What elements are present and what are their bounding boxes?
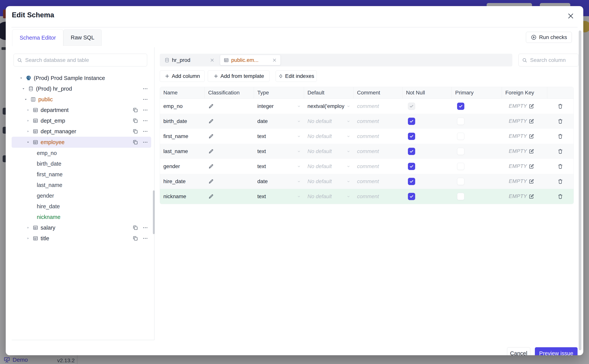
add-column-button[interactable]: Add column — [160, 71, 205, 82]
pencil-icon[interactable] — [208, 179, 214, 184]
default-select[interactable]: No default — [304, 174, 354, 189]
not-null-checkbox[interactable] — [408, 133, 415, 140]
tab-schema-editor[interactable]: Schema Editor — [12, 29, 63, 46]
comment-field[interactable]: comment — [354, 129, 402, 144]
primary-checkbox[interactable] — [457, 133, 464, 140]
trash-icon[interactable] — [557, 163, 563, 169]
trash-icon[interactable] — [557, 133, 563, 139]
chevron-down-icon[interactable] — [297, 179, 301, 183]
chevron-down-icon[interactable] — [297, 194, 301, 199]
edit-icon[interactable] — [529, 133, 534, 139]
chevron-down-icon[interactable] — [346, 164, 351, 169]
edit-icon[interactable] — [529, 179, 534, 184]
pencil-icon[interactable] — [208, 149, 214, 154]
primary-checkbox[interactable] — [457, 148, 464, 155]
type-select[interactable]: date — [254, 114, 304, 129]
tab-raw-sql[interactable]: Raw SQL — [63, 29, 102, 46]
not-null-checkbox[interactable] — [408, 118, 415, 125]
chevron-down-icon[interactable] — [297, 149, 301, 153]
default-select[interactable]: No default — [304, 189, 354, 204]
default-select[interactable]: No default — [304, 114, 354, 129]
column-name-field[interactable]: emp_no — [163, 103, 183, 109]
type-select[interactable]: text — [254, 159, 304, 174]
more-icon[interactable] — [142, 225, 148, 231]
preview-issue-button[interactable]: Preview issue — [535, 347, 578, 355]
pencil-icon[interactable] — [208, 133, 214, 139]
type-select[interactable]: text — [254, 129, 304, 144]
pencil-icon[interactable] — [208, 163, 214, 169]
copy-icon[interactable] — [133, 107, 138, 113]
tree-item-table-dept-manager[interactable]: dept_manager — [12, 126, 151, 137]
copy-icon[interactable] — [133, 129, 138, 134]
chevron-down-icon[interactable] — [297, 134, 301, 138]
tree-item-database[interactable]: (Prod) hr_prod — [12, 83, 151, 94]
chevron-down-icon[interactable] — [297, 104, 301, 108]
copy-icon[interactable] — [133, 235, 138, 241]
pencil-icon[interactable] — [208, 103, 214, 109]
more-icon[interactable] — [142, 139, 148, 145]
tree-item-table-title[interactable]: title — [12, 233, 151, 244]
tree-column-hire-date[interactable]: hire_date — [12, 201, 151, 212]
close-icon[interactable] — [210, 58, 215, 63]
chevron-down-icon[interactable] — [346, 194, 351, 199]
primary-checkbox[interactable] — [457, 118, 464, 125]
comment-field[interactable]: comment — [354, 144, 402, 159]
tree-item-table-salary[interactable]: salary — [12, 222, 151, 233]
tree-column-birth-date[interactable]: birth_date — [12, 158, 151, 169]
type-select[interactable]: date — [254, 174, 304, 189]
copy-icon[interactable] — [133, 118, 138, 124]
column-search-input[interactable] — [530, 57, 575, 63]
not-null-checkbox[interactable] — [408, 103, 415, 110]
more-icon[interactable] — [142, 86, 148, 91]
not-null-checkbox[interactable] — [408, 178, 415, 185]
default-select[interactable]: No default — [304, 159, 354, 174]
pencil-icon[interactable] — [208, 194, 214, 199]
column-name-field[interactable]: last_name — [163, 148, 188, 154]
default-select[interactable]: nextval('employ — [304, 99, 354, 114]
copy-icon[interactable] — [133, 225, 138, 231]
chevron-down-icon[interactable] — [346, 149, 351, 153]
copy-icon[interactable] — [133, 139, 138, 145]
more-icon[interactable] — [142, 97, 148, 102]
caret-right-icon[interactable] — [26, 108, 30, 112]
comment-field[interactable]: comment — [354, 174, 402, 189]
comment-field[interactable]: comment — [354, 114, 402, 129]
more-icon[interactable] — [142, 129, 148, 134]
not-null-checkbox[interactable] — [408, 148, 415, 155]
type-select[interactable]: integer — [254, 99, 304, 114]
trash-icon[interactable] — [557, 118, 563, 124]
tree-item-schema-public[interactable]: public — [12, 94, 151, 105]
comment-field[interactable]: comment — [354, 159, 402, 174]
edit-icon[interactable] — [529, 149, 534, 154]
dialog-scrollbar[interactable] — [579, 31, 581, 350]
tree-column-first-name[interactable]: first_name — [12, 169, 151, 180]
caret-right-icon[interactable] — [26, 129, 30, 133]
column-name-field[interactable]: first_name — [163, 133, 188, 139]
caret-down-icon[interactable] — [21, 87, 26, 91]
type-select[interactable]: text — [254, 144, 304, 159]
tree-column-last-name[interactable]: last_name — [12, 180, 151, 190]
more-icon[interactable] — [142, 235, 148, 241]
column-name-field[interactable]: nickname — [163, 193, 186, 200]
edit-icon[interactable] — [529, 163, 534, 169]
caret-down-icon[interactable] — [23, 97, 28, 101]
primary-checkbox[interactable] — [457, 103, 464, 110]
comment-field[interactable]: comment — [354, 189, 402, 204]
edit-icon[interactable] — [529, 194, 534, 199]
tree-item-table-employee[interactable]: employee — [12, 137, 151, 148]
primary-checkbox[interactable] — [457, 178, 464, 185]
caret-right-icon[interactable] — [26, 236, 30, 240]
close-icon[interactable] — [272, 58, 277, 63]
column-name-field[interactable]: birth_date — [163, 118, 187, 124]
tree-column-gender[interactable]: gender — [12, 190, 151, 201]
edit-icon[interactable] — [529, 118, 534, 124]
chevron-down-icon[interactable] — [346, 104, 351, 108]
database-search-input[interactable] — [25, 57, 144, 63]
tree-column-nickname[interactable]: nickname — [12, 212, 151, 222]
run-checks-button[interactable]: Run checks — [526, 32, 572, 43]
comment-field[interactable]: comment — [354, 99, 402, 114]
cancel-button[interactable]: Cancel — [507, 347, 530, 355]
more-icon[interactable] — [142, 118, 148, 124]
trash-icon[interactable] — [557, 193, 563, 199]
pencil-icon[interactable] — [208, 118, 214, 124]
